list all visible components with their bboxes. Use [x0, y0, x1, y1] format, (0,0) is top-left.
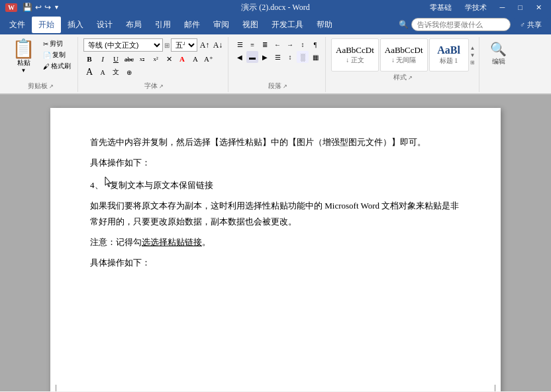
corner-mark-bottom-right: [486, 385, 495, 391]
superscript-button[interactable]: x²: [150, 53, 162, 65]
menu-home[interactable]: 开始: [32, 17, 61, 33]
menu-design[interactable]: 设计: [90, 17, 119, 33]
title-bar-left: W 💾 ↩ ↪ ▼: [5, 3, 60, 13]
search-large-icon: 🔍: [490, 41, 507, 57]
tech-btn[interactable]: 学技术: [461, 3, 491, 13]
scroll-down-button[interactable]: ▼: [470, 52, 476, 58]
text-effect-button[interactable]: A⁺: [203, 53, 215, 65]
minimize-btn[interactable]: ─: [496, 3, 509, 11]
decrease-font-button[interactable]: A↓: [212, 39, 224, 51]
ribbon: 📋 粘贴 ▼ ✂ 剪切 📄 复制 🖌 格式刷 剪贴板: [0, 34, 551, 95]
increase-indent-button[interactable]: →: [284, 38, 296, 50]
paragraph-3: 4、 复制文本与原文本保留链接: [90, 176, 461, 193]
font-label: 字体 ↗: [144, 81, 164, 91]
menu-references[interactable]: 引用: [148, 17, 177, 33]
scroll-up-button[interactable]: ▲: [470, 45, 476, 51]
style-normal[interactable]: AaBbCcDt ↓ 正文: [331, 38, 379, 72]
search-area: 🔍 ♂ 共享: [399, 18, 548, 32]
font-size-select[interactable]: 五号: [171, 38, 197, 52]
sort-button[interactable]: ↕: [297, 38, 309, 50]
font-size-large[interactable]: A: [83, 66, 95, 78]
maximize-btn[interactable]: □: [514, 3, 526, 11]
menu-insert[interactable]: 插入: [61, 17, 90, 33]
scissors-icon: ✂: [43, 40, 48, 48]
cursor-icon: [103, 176, 110, 187]
copy-icon: 📄: [43, 52, 51, 59]
font-format-row: B I U abc x₂ x² ✕ A A A⁺: [83, 53, 224, 65]
highlight-button[interactable]: A: [189, 53, 201, 65]
clipboard-small-buttons: ✂ 剪切 📄 复制 🖌 格式刷: [40, 38, 74, 72]
styles-expand-icon[interactable]: ↗: [408, 75, 413, 81]
ribbon-content: 📋 粘贴 ▼ ✂ 剪切 📄 复制 🖌 格式刷 剪贴板: [0, 34, 551, 94]
line-spacing-button[interactable]: ↕: [284, 51, 296, 63]
quick-redo[interactable]: ↪: [44, 3, 51, 13]
editing-button[interactable]: 🔍 编辑: [485, 38, 512, 91]
align-center-button[interactable]: ▬: [246, 51, 258, 63]
font-size-row: A A 文 ⊕: [83, 66, 224, 78]
increase-font-button[interactable]: A↑: [199, 39, 211, 51]
underline-button[interactable]: U: [110, 53, 122, 65]
border-button[interactable]: ▦: [309, 51, 321, 63]
justify-button[interactable]: ☰: [272, 51, 283, 63]
align-left-button[interactable]: ◀: [234, 51, 246, 63]
styles-label: 样式 ↗: [393, 73, 413, 82]
search-input[interactable]: [411, 18, 511, 31]
menu-developer[interactable]: 开发工具: [265, 17, 310, 33]
bold-button[interactable]: B: [83, 53, 95, 65]
menu-review[interactable]: 审阅: [207, 17, 236, 33]
paragraph-group: ☰ ≡ ≣ ← → ↕ ¶ ◀ ▬ ▶ ☰ ↕ ░ ▦ 段落 ↗: [230, 37, 326, 92]
clipboard-expand-icon[interactable]: ↗: [49, 83, 54, 89]
font-color-button[interactable]: A: [176, 53, 188, 65]
title-bar: W 💾 ↩ ↪ ▼ 演示 (2).docx - Word 零基础 学技术 ─ □…: [0, 0, 551, 15]
font-name-select[interactable]: 等线 (中文正文): [83, 38, 163, 52]
font-expand-icon[interactable]: ↗: [159, 83, 164, 89]
document-page: 首先选中内容并复制，然后选择【选择性粘贴】中的【图片（增强型图元文件）】即可。 …: [50, 108, 501, 391]
paragraph-expand-icon[interactable]: ↗: [283, 83, 287, 89]
menu-file[interactable]: 文件: [3, 17, 32, 33]
clipboard-group: 📋 粘贴 ▼ ✂ 剪切 📄 复制 🖌 格式刷 剪贴板: [4, 37, 78, 92]
style-no-space[interactable]: AaBbCcDt ↓ 无间隔: [380, 38, 428, 72]
quick-undo[interactable]: ↩: [35, 3, 42, 13]
share-button[interactable]: ♂ 共享: [513, 18, 548, 32]
title-text: 演示 (2).docx - Word: [241, 2, 309, 13]
bullets-button[interactable]: ☰: [234, 38, 246, 50]
decrease-indent-button[interactable]: ←: [272, 38, 283, 50]
zero-basis-btn[interactable]: 零基础: [426, 3, 456, 13]
clipboard-label: 剪贴板 ↗: [28, 81, 54, 91]
quick-save[interactable]: 💾: [23, 3, 32, 13]
underlined-text: 选选择粘贴链接: [142, 237, 202, 247]
font-size-small[interactable]: A: [97, 66, 109, 78]
menu-layout[interactable]: 布局: [119, 17, 148, 33]
search-icon: 🔍: [399, 20, 409, 30]
shading-button[interactable]: ░: [297, 51, 309, 63]
close-btn[interactable]: ✕: [532, 3, 546, 12]
format-painter-icon: 🖌: [43, 63, 50, 70]
paste-button[interactable]: 📋 粘贴 ▼: [8, 38, 39, 75]
subscript-button[interactable]: x₂: [136, 53, 148, 65]
paragraph-6: 具体操作如下：: [90, 255, 461, 270]
multilevel-list-button[interactable]: ≣: [259, 38, 271, 50]
show-marks-button[interactable]: ¶: [309, 38, 321, 50]
style-heading1[interactable]: AaBl 标题 1: [429, 38, 469, 72]
paragraph-row2: ◀ ▬ ▶ ☰ ↕ ░ ▦: [234, 51, 321, 63]
copy-button[interactable]: 📄 复制: [40, 50, 74, 60]
quick-more[interactable]: ▼: [54, 4, 60, 11]
italic-button[interactable]: I: [97, 53, 109, 65]
menu-mailings[interactable]: 邮件: [177, 17, 207, 33]
clear-format-button[interactable]: ✕: [163, 53, 175, 65]
menu-help[interactable]: 帮助: [310, 17, 339, 33]
numbering-button[interactable]: ≡: [246, 38, 258, 50]
phonetic-guide[interactable]: 文: [110, 66, 122, 78]
enclose-char[interactable]: ⊕: [123, 66, 135, 78]
paragraph-5: 注意：记得勾选选择粘贴链接。: [90, 234, 461, 250]
paragraph-4: 如果我们要将原文本存为副本，这时利用选择性粘贴功能中的 Microsoft Wo…: [90, 198, 461, 229]
word-icon: W: [5, 3, 17, 12]
align-right-button[interactable]: ▶: [259, 51, 271, 63]
strikethrough-button[interactable]: abc: [123, 53, 135, 65]
font-name-expand: ⊞: [164, 42, 170, 49]
corner-mark-bottom-left: [56, 385, 65, 391]
format-painter-button[interactable]: 🖌 格式刷: [40, 61, 74, 72]
scroll-more-button[interactable]: ⊞: [470, 60, 476, 66]
cut-button[interactable]: ✂ 剪切: [40, 38, 74, 49]
menu-view[interactable]: 视图: [236, 17, 265, 33]
